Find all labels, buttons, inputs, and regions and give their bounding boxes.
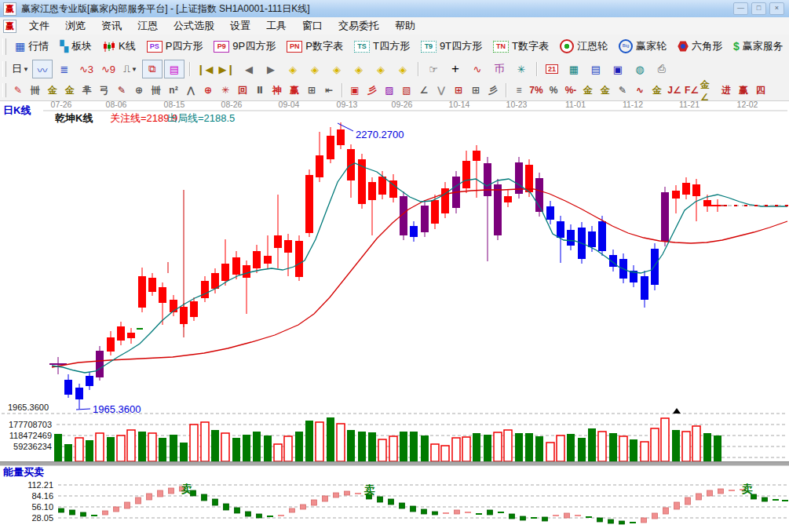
draw-tool-2-icon[interactable]: 金 [44, 82, 61, 98]
toolbar-grip[interactable] [2, 61, 6, 77]
view-tool-17-icon[interactable]: ◈ [371, 60, 391, 78]
menu-文件[interactable]: 文件 [21, 17, 57, 35]
menu-设置[interactable]: 设置 [222, 17, 258, 35]
view-tool-4-icon[interactable]: ∿9 [98, 60, 119, 78]
draw-tool-36-icon[interactable]: ✎ [614, 82, 631, 98]
view-tool-3-icon[interactable]: ∿3 [76, 60, 97, 78]
menu-江恩[interactable]: 江恩 [130, 17, 166, 35]
draw-tool-43-icon[interactable]: 赢 [735, 82, 752, 98]
view-tool-27-icon[interactable]: ▦ [564, 60, 584, 78]
view-tool-6-icon[interactable]: ⧉ [142, 60, 163, 78]
draw-tool-25-icon[interactable]: ⋁ [433, 82, 450, 98]
tool-江恩轮[interactable]: 江恩轮 [554, 36, 613, 56]
view-tool-20-icon[interactable]: ☞ [423, 60, 444, 78]
view-tool-16-icon[interactable]: ◈ [349, 60, 369, 78]
chart-area[interactable]: 日K线 乾坤K线 关注线=2189.9 出局线=2188.5 能量买卖 [0, 100, 789, 532]
draw-tool-0-icon[interactable]: ✎ [9, 82, 27, 98]
view-tool-5-icon[interactable]: ⎍▼ [120, 60, 141, 78]
draw-tool-3-icon[interactable]: 金 [61, 82, 79, 98]
view-tool-23-icon[interactable]: 币 [489, 60, 510, 78]
menu-帮助[interactable]: 帮助 [387, 17, 423, 35]
toolbar-grip[interactable] [2, 83, 6, 97]
draw-tool-26-icon[interactable]: ⊞ [450, 82, 467, 98]
view-tool-15-icon[interactable]: ◈ [327, 60, 347, 78]
view-tool-24-icon[interactable]: ✳ [511, 60, 531, 78]
draw-tool-38-icon[interactable]: 金 [648, 82, 666, 98]
maximize-button[interactable]: □ [751, 2, 766, 15]
tool-K线[interactable]: K线 [97, 36, 141, 56]
draw-tool-12-icon[interactable]: ✳ [217, 82, 234, 98]
tool-T数字表[interactable]: TNT数字表 [488, 36, 554, 56]
draw-tool-11-icon[interactable]: ⊕ [199, 82, 217, 98]
draw-tool-22-icon[interactable]: ▨ [381, 82, 398, 98]
tool-六角形[interactable]: 六角形 [672, 36, 728, 56]
draw-tool-10-icon[interactable]: ⋀ [182, 82, 199, 98]
view-tool-9-icon[interactable]: ❙◀ [195, 60, 215, 78]
draw-tool-8-icon[interactable]: 卌 [148, 82, 165, 98]
tool-9P四方形[interactable]: P99P四方形 [208, 36, 281, 56]
view-tool-0-icon[interactable]: 日▼ [10, 60, 31, 78]
view-tool-1-icon[interactable]: 〰 [32, 60, 53, 78]
draw-tool-21-icon[interactable]: 彡 [363, 82, 381, 98]
draw-tool-40-icon[interactable]: F∠ [683, 82, 700, 98]
draw-tool-17-icon[interactable]: ⊞ [303, 82, 320, 98]
menu-资讯[interactable]: 资讯 [93, 17, 130, 35]
menu-工具[interactable]: 工具 [258, 17, 294, 35]
view-tool-13-icon[interactable]: ◈ [283, 60, 303, 78]
toolbar-grip[interactable] [2, 38, 6, 55]
tool-P四方形[interactable]: PSP四方形 [141, 36, 209, 56]
view-tool-2-icon[interactable]: ≣ [54, 60, 75, 78]
draw-tool-24-icon[interactable]: ∠ [415, 82, 433, 98]
draw-tool-16-icon[interactable]: 赢 [286, 82, 303, 98]
view-tool-30-icon[interactable]: ◍ [630, 60, 650, 78]
draw-tool-33-icon[interactable]: %- [562, 82, 579, 98]
tool-T四方形[interactable]: TST四方形 [349, 36, 415, 56]
pane-divider[interactable] [0, 461, 789, 466]
draw-tool-1-icon[interactable]: 卌 [27, 82, 44, 98]
draw-tool-7-icon[interactable]: ⊕ [130, 82, 148, 98]
draw-tool-30-icon[interactable]: ≡ [510, 82, 528, 98]
tool-P数字表[interactable]: PNP数字表 [281, 36, 349, 56]
view-tool-12-icon[interactable]: ▶ [261, 60, 281, 78]
view-tool-26-icon[interactable]: 21 [542, 60, 562, 78]
draw-tool-32-icon[interactable]: % [545, 82, 562, 98]
view-tool-28-icon[interactable]: ▤ [586, 60, 606, 78]
draw-tool-41-icon[interactable]: 金∠ [700, 82, 718, 98]
draw-tool-28-icon[interactable]: 彡 [484, 82, 502, 98]
view-tool-21-icon[interactable]: + [445, 60, 466, 78]
draw-tool-4-icon[interactable]: 芈 [79, 82, 96, 98]
close-button[interactable]: × [769, 2, 784, 15]
minimize-button[interactable]: — [733, 2, 748, 15]
view-tool-29-icon[interactable]: ▣ [608, 60, 628, 78]
draw-tool-35-icon[interactable]: 金 [597, 82, 614, 98]
draw-tool-23-icon[interactable]: ▧ [398, 82, 415, 98]
menu-浏览[interactable]: 浏览 [57, 17, 93, 35]
view-tool-22-icon[interactable]: ∿ [467, 60, 488, 78]
draw-tool-39-icon[interactable]: J∠ [666, 82, 683, 98]
draw-tool-31-icon[interactable]: 7% [528, 82, 545, 98]
draw-tool-34-icon[interactable]: 金 [579, 82, 597, 98]
draw-tool-5-icon[interactable]: 弓 [96, 82, 113, 98]
tool-板块[interactable]: ▚板块 [54, 36, 97, 56]
view-tool-18-icon[interactable]: ◈ [393, 60, 413, 78]
menu-窗口[interactable]: 窗口 [294, 17, 331, 35]
view-tool-31-icon[interactable]: ⎙ [652, 60, 672, 78]
view-tool-14-icon[interactable]: ◈ [305, 60, 325, 78]
tool-赢家服务[interactable]: $赢家服务 [728, 36, 789, 56]
view-tool-7-icon[interactable]: ▤ [164, 60, 184, 78]
menu-公式选股[interactable]: 公式选股 [166, 17, 222, 35]
draw-tool-13-icon[interactable]: 回 [234, 82, 251, 98]
draw-tool-18-icon[interactable]: ⇤ [320, 82, 338, 98]
draw-tool-20-icon[interactable]: ▣ [346, 82, 363, 98]
tool-赢家轮[interactable]: Big赢家轮 [613, 36, 672, 56]
draw-tool-6-icon[interactable]: ✎ [113, 82, 130, 98]
tool-9T四方形[interactable]: T99T四方形 [415, 36, 488, 56]
view-tool-11-icon[interactable]: ◀ [239, 60, 259, 78]
draw-tool-37-icon[interactable]: ∿ [631, 82, 648, 98]
draw-tool-27-icon[interactable]: ⊞ [467, 82, 484, 98]
view-tool-10-icon[interactable]: ▶❙ [217, 60, 237, 78]
menu-交易委托[interactable]: 交易委托 [331, 17, 387, 35]
draw-tool-9-icon[interactable]: n² [165, 82, 182, 98]
draw-tool-44-icon[interactable]: 四 [752, 82, 769, 98]
tool-行情[interactable]: ▦行情 [9, 36, 54, 56]
